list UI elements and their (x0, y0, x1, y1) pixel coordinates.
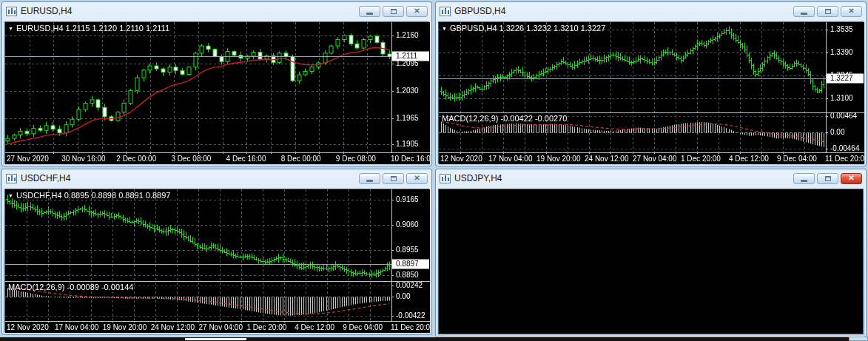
window-gbpusd[interactable]: GBPUSD,H4 ✕ ▼ GBPUSD,H4 1.3226 1.3232 1.… (435, 1, 867, 166)
restore-icon (825, 9, 831, 14)
gbpusd-chart-canvas[interactable] (439, 22, 864, 164)
restore-button[interactable] (383, 173, 404, 184)
chart-window-icon (6, 7, 17, 16)
minimize-icon (801, 13, 807, 15)
eurusd-chart-canvas[interactable] (5, 22, 430, 164)
restore-button[interactable] (383, 6, 404, 17)
titlebar-eurusd[interactable]: EURUSD,H4 ✕ (2, 2, 431, 20)
window-eurusd[interactable]: EURUSD,H4 ✕ ▼ EURUSD,H4 1.2115 1.2120 1.… (1, 1, 432, 166)
titlebar-gbpusd[interactable]: GBPUSD,H4 ✕ (436, 2, 866, 20)
restore-button[interactable] (817, 173, 838, 184)
window-usdjpy[interactable]: USDJPY,H4 ✕ (435, 169, 867, 337)
background-window-corner (849, 337, 868, 341)
close-icon: ✕ (414, 7, 420, 15)
chart-area-gbpusd: ▼ GBPUSD,H4 1.3226 1.3232 1.3210 1.3227 … (438, 21, 864, 163)
background-window-edge (0, 337, 868, 341)
minimize-button[interactable] (793, 173, 815, 184)
close-button[interactable]: ✕ (406, 6, 428, 17)
close-icon: ✕ (414, 175, 420, 182)
minimize-icon (366, 180, 373, 182)
close-button[interactable]: ✕ (841, 6, 862, 17)
window-title: EURUSD,H4 (21, 6, 72, 16)
restore-button[interactable] (817, 6, 838, 17)
window-title: GBPUSD,H4 (454, 6, 505, 16)
chart-area-eurusd: ▼ EURUSD,H4 1.2115 1.2120 1.2110 1.2111 (4, 21, 429, 163)
restore-icon (391, 9, 397, 14)
usdchf-chart-canvas[interactable] (5, 189, 430, 333)
chart-window-icon (440, 174, 451, 183)
minimize-icon (801, 180, 807, 182)
background-window-highlight (185, 338, 246, 340)
restore-icon (391, 176, 397, 181)
chart-area-usdjpy-empty[interactable] (438, 189, 864, 334)
window-title: USDJPY,H4 (454, 173, 502, 183)
restore-icon (825, 176, 831, 181)
close-icon: ✕ (848, 175, 854, 182)
window-title: USDCHF,H4 (21, 173, 70, 183)
minimize-icon (366, 13, 373, 15)
chart-area-usdchf: ▼ USDCHF,H4 0.8895 0.8898 0.8891 0.8897 … (4, 189, 429, 332)
close-button[interactable]: ✕ (406, 173, 428, 184)
close-button[interactable]: ✕ (841, 173, 862, 184)
window-usdchf[interactable]: USDCHF,H4 ✕ ▼ USDCHF,H4 0.8895 0.8898 0.… (1, 169, 432, 335)
chart-window-icon (440, 7, 451, 16)
minimize-button[interactable] (359, 6, 380, 17)
titlebar-usdjpy[interactable]: USDJPY,H4 ✕ (436, 169, 866, 187)
titlebar-usdchf[interactable]: USDCHF,H4 ✕ (2, 169, 431, 187)
chart-window-icon (6, 174, 17, 183)
minimize-button[interactable] (793, 6, 815, 17)
close-icon: ✕ (848, 7, 854, 15)
minimize-button[interactable] (359, 173, 380, 184)
